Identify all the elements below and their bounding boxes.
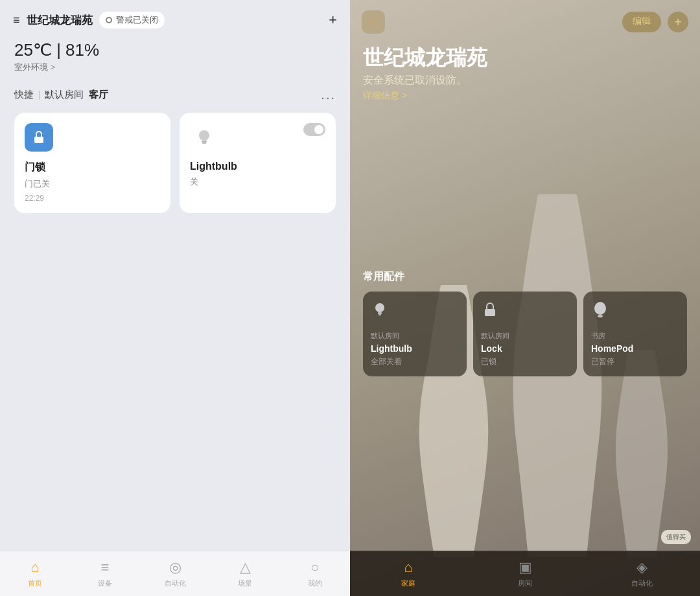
- more-options-button[interactable]: ...: [321, 87, 336, 102]
- right-nav-automation[interactable]: ◈ 自动化: [583, 559, 700, 588]
- svg-rect-6: [379, 314, 381, 315]
- common-device-homepod-room: 书房: [591, 331, 679, 341]
- homepod-common-icon: [591, 301, 679, 323]
- common-device-homepod-status: 已暂停: [591, 356, 679, 367]
- common-device-lightbulb-room: 默认房间: [371, 331, 459, 341]
- svg-point-4: [375, 303, 384, 312]
- active-room-label[interactable]: 客厅: [89, 89, 108, 101]
- quick-section: 快捷 默认房间 客厅 ...: [0, 76, 350, 109]
- right-automation-nav-label: 自动化: [631, 579, 653, 588]
- right-bottom-nav: ⌂ 家庭 ▣ 房间 ◈ 自动化: [350, 551, 700, 596]
- alert-text: 警戒已关闭: [116, 14, 158, 26]
- weather-section: 25℃ | 81% 室外环境 >: [0, 35, 350, 76]
- right-home-title: 世纪城龙瑞苑: [363, 45, 687, 70]
- common-device-lock-status: 已锁: [481, 356, 569, 367]
- vase-right-svg: [603, 350, 681, 557]
- add-button-left[interactable]: +: [329, 12, 337, 29]
- right-nav-home[interactable]: ⌂ 家庭: [350, 559, 467, 588]
- right-home-nav-icon: ⌂: [404, 559, 412, 576]
- right-home-nav-label: 家庭: [401, 579, 415, 588]
- edit-button[interactable]: 编辑: [622, 12, 661, 32]
- device-card-bulb-header: [190, 123, 325, 152]
- right-room-nav-label: 房间: [518, 579, 532, 588]
- device-status-bulb: 关: [190, 176, 325, 188]
- lock-common-icon: [481, 301, 569, 323]
- svg-point-1: [199, 130, 209, 141]
- common-device-lock-name: Lock: [481, 343, 569, 354]
- arrow-icon: >: [51, 63, 55, 72]
- svg-rect-5: [378, 312, 382, 314]
- default-room-label[interactable]: 默认房间: [45, 89, 84, 101]
- right-home-subtitle: 安全系统已取消设防。: [363, 74, 687, 87]
- right-nav-room[interactable]: ▣ 房间: [467, 559, 583, 588]
- right-content: 世纪城龙瑞苑 安全系统已取消设防。 详细信息 > 常用配件 默认房间 Light…: [350, 45, 700, 376]
- svg-point-8: [594, 302, 606, 315]
- lightbulb-common-icon: [371, 301, 459, 323]
- left-header: ≡ 世纪城龙瑞苑 警戒已关闭 +: [0, 0, 350, 35]
- alert-badge[interactable]: 警戒已关闭: [99, 12, 165, 29]
- svg-rect-3: [202, 143, 206, 144]
- nav-item-scenes[interactable]: △ 场景: [210, 559, 280, 588]
- automation-nav-label: 自动化: [165, 579, 186, 588]
- svg-rect-7: [485, 309, 495, 316]
- device-name-lock: 门锁: [25, 161, 160, 174]
- common-device-homepod[interactable]: 书房 HomePod 已暂停: [583, 292, 687, 376]
- nav-item-mine[interactable]: ○ 我的: [280, 559, 350, 588]
- scenes-nav-icon: △: [240, 559, 251, 576]
- devices-grid: 门锁 门已关 22:29 Lightbulb 关: [0, 109, 350, 217]
- common-device-lightbulb-status: 全部关着: [371, 356, 459, 367]
- right-header: ⌂ 编辑 +: [350, 0, 700, 44]
- left-panel: ≡ 世纪城龙瑞苑 警戒已关闭 + 25℃ | 81% 室外环境 > 快捷 默认房…: [0, 0, 350, 596]
- automation-nav-icon: ◎: [169, 559, 181, 576]
- right-panel: ⌂ 编辑 + 世纪城龙瑞苑 安全系统已取消设防。 详细信息 > 常用配件: [350, 0, 700, 596]
- detail-link[interactable]: 详细信息 >: [363, 90, 687, 102]
- common-device-lock-room: 默认房间: [481, 331, 569, 341]
- watermark-text: 值得买: [666, 533, 686, 540]
- weather-sub[interactable]: 室外环境 >: [14, 62, 336, 73]
- device-time-lock: 22:29: [25, 194, 160, 203]
- right-automation-nav-icon: ◈: [636, 559, 648, 576]
- nav-item-home[interactable]: ⌂ 首页: [0, 559, 70, 588]
- quick-label: 快捷: [14, 89, 34, 101]
- home-nav-label: 首页: [28, 579, 42, 588]
- devices-nav-label: 设备: [98, 579, 112, 588]
- mine-nav-icon: ○: [310, 559, 319, 576]
- bulb-toggle[interactable]: [303, 123, 325, 136]
- lock-icon: [25, 123, 53, 152]
- detail-link-text: 详细信息 >: [363, 90, 407, 102]
- home-nav-icon: ⌂: [30, 559, 39, 576]
- common-devices-grid: 默认房间 Lightbulb 全部关着 默认房间 Lock 已锁: [363, 292, 687, 376]
- device-name-bulb: Lightbulb: [190, 161, 325, 172]
- home-icon-button[interactable]: ⌂: [362, 10, 385, 34]
- alert-dot-icon: [106, 17, 112, 23]
- hamburger-icon[interactable]: ≡: [13, 14, 20, 27]
- svg-rect-2: [202, 141, 207, 143]
- add-button-right[interactable]: +: [668, 12, 688, 32]
- device-status-lock: 门已关: [25, 178, 160, 190]
- nav-item-devices[interactable]: ≡ 设备: [70, 559, 140, 588]
- left-panel-title: 世纪城龙瑞苑: [27, 13, 93, 28]
- right-room-nav-icon: ▣: [519, 559, 532, 576]
- left-header-left: ≡ 世纪城龙瑞苑 警戒已关闭: [13, 12, 165, 29]
- divider: [39, 91, 40, 100]
- nav-item-automation[interactable]: ◎ 自动化: [140, 559, 210, 588]
- bulb-icon: [190, 123, 218, 152]
- outdoor-label: 室外环境: [14, 62, 48, 73]
- svg-rect-9: [598, 315, 603, 317]
- device-card-bulb[interactable]: Lightbulb 关: [180, 113, 336, 213]
- common-device-homepod-name: HomePod: [591, 343, 679, 354]
- scenes-nav-label: 场景: [238, 579, 252, 588]
- device-card-lock[interactable]: 门锁 门已关 22:29: [14, 113, 170, 213]
- common-device-lock[interactable]: 默认房间 Lock 已锁: [473, 292, 577, 376]
- watermark-badge: 值得买: [661, 530, 691, 544]
- left-bottom-nav: ⌂ 首页 ≡ 设备 ◎ 自动化 △ 场景 ○ 我的: [0, 551, 350, 596]
- common-section-label: 常用配件: [363, 270, 687, 284]
- mine-nav-label: 我的: [308, 579, 322, 588]
- device-card-lock-header: [25, 123, 160, 152]
- common-device-lightbulb[interactable]: 默认房间 Lightbulb 全部关着: [363, 292, 467, 376]
- common-device-lightbulb-name: Lightbulb: [371, 343, 459, 354]
- right-header-right: 编辑 +: [622, 12, 688, 32]
- weather-main: 25℃ | 81%: [14, 40, 336, 60]
- devices-nav-icon: ≡: [101, 559, 110, 576]
- svg-rect-0: [34, 137, 43, 143]
